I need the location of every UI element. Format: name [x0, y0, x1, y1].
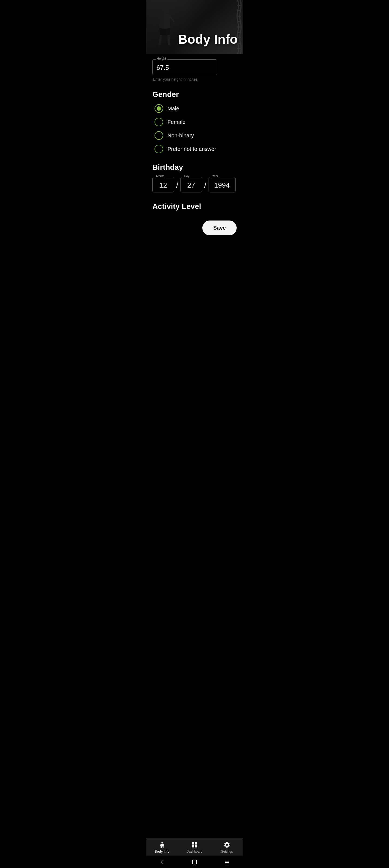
gender-label-prefer-not: Prefer not to answer	[167, 146, 216, 152]
date-separator-1: /	[176, 181, 178, 190]
home-icon	[192, 859, 197, 865]
height-section: Height Enter your height in inches	[152, 59, 237, 82]
settings-icon	[223, 841, 231, 848]
hero-banner: Body Info	[146, 0, 243, 54]
nav-dashboard[interactable]: Dashboard	[184, 841, 205, 854]
month-field: Month	[152, 177, 174, 192]
gender-radio-group: Male Female Non-binary Prefer not to ans…	[152, 104, 237, 153]
day-label: Day	[183, 174, 191, 178]
day-input[interactable]	[180, 177, 202, 192]
birthday-section: Birthday Month / Day / Year	[152, 163, 237, 192]
radio-male[interactable]	[155, 104, 163, 113]
system-nav	[146, 856, 243, 868]
nav-body-info-label: Body Info	[155, 850, 169, 854]
gender-section: Gender Male Female Non-binary Prefer n	[152, 90, 237, 153]
back-icon	[159, 859, 165, 865]
nav-settings[interactable]: Settings	[216, 841, 238, 854]
svg-point-10	[161, 842, 163, 843]
radio-nonbinary[interactable]	[155, 131, 163, 140]
svg-rect-13	[192, 845, 194, 847]
gender-label-nonbinary: Non-binary	[167, 132, 194, 139]
svg-rect-12	[195, 842, 197, 844]
radio-prefer-not[interactable]	[155, 145, 163, 153]
back-button[interactable]	[159, 859, 165, 865]
gear-icon	[223, 841, 230, 848]
recents-button[interactable]	[224, 859, 230, 865]
nav-settings-label: Settings	[221, 850, 232, 854]
year-field: Year	[209, 177, 235, 192]
gender-label-female: Female	[167, 119, 186, 125]
nav-body-info[interactable]: Body Info	[151, 841, 173, 854]
gender-option-prefer-not[interactable]: Prefer not to answer	[155, 145, 237, 153]
year-label: Year	[211, 174, 219, 178]
dashboard-icon	[191, 841, 198, 848]
height-hint: Enter your height in inches	[152, 77, 237, 82]
radio-female[interactable]	[155, 118, 163, 126]
save-row: Save	[152, 220, 237, 235]
gender-label-male: Male	[167, 105, 179, 112]
activity-section: Activity Level	[152, 202, 237, 211]
month-label: Month	[155, 174, 166, 178]
gender-option-female[interactable]: Female	[155, 118, 237, 126]
gender-section-title: Gender	[152, 90, 237, 99]
activity-section-title: Activity Level	[152, 202, 237, 211]
height-field-wrapper: Height	[152, 59, 217, 75]
home-button[interactable]	[191, 859, 198, 865]
month-input[interactable]	[152, 177, 174, 192]
gender-option-male[interactable]: Male	[155, 104, 237, 113]
height-input[interactable]	[152, 59, 217, 75]
svg-rect-11	[192, 842, 194, 844]
gender-option-nonbinary[interactable]: Non-binary	[155, 131, 237, 140]
page-title: Body Info	[178, 33, 238, 46]
recents-icon	[224, 859, 230, 865]
body-info-icon	[158, 841, 166, 848]
day-field: Day	[180, 177, 202, 192]
date-separator-2: /	[204, 181, 206, 190]
bottom-nav: Body Info Dashboard Settings	[146, 838, 243, 856]
grid-icon	[191, 841, 198, 848]
svg-rect-15	[193, 860, 197, 864]
birthday-section-title: Birthday	[152, 163, 237, 172]
person-icon	[159, 841, 166, 848]
height-label: Height	[156, 57, 167, 60]
year-input[interactable]	[209, 177, 235, 192]
date-row: Month / Day / Year	[152, 177, 237, 192]
svg-rect-14	[195, 845, 197, 847]
nav-dashboard-label: Dashboard	[187, 850, 203, 854]
save-button[interactable]: Save	[202, 220, 237, 235]
